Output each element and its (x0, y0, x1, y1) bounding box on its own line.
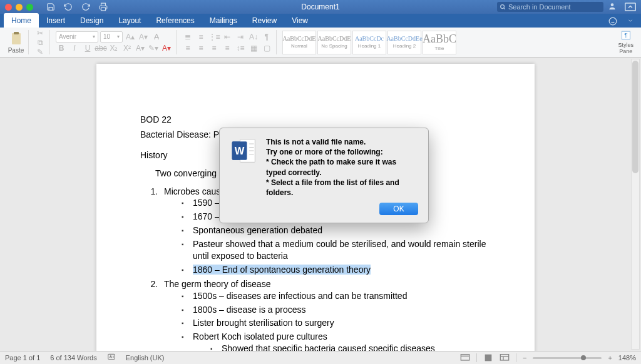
collapse-ribbon-icon[interactable] (625, 3, 636, 11)
decrease-indent-icon[interactable]: ⇤ (222, 31, 233, 43)
ok-button[interactable]: OK (379, 203, 418, 215)
sort-icon[interactable]: A↓ (248, 31, 259, 43)
zoom-window-icon[interactable] (26, 4, 33, 11)
tab-insert[interactable]: Insert (39, 13, 73, 28)
align-right-icon[interactable]: ≡ (208, 43, 220, 54)
account-icon[interactable] (607, 2, 617, 12)
svg-point-5 (609, 18, 617, 25)
numbering-icon[interactable]: ≡ (195, 31, 207, 43)
svg-rect-8 (12, 33, 21, 44)
spellcheck-icon[interactable] (107, 353, 116, 363)
zoom-level[interactable]: 148% (618, 354, 636, 361)
strike-icon[interactable]: abc (95, 43, 106, 54)
word-count[interactable]: 6 of 134 Words (50, 354, 96, 361)
quick-access-toolbar (46, 2, 108, 12)
font-size-selector[interactable]: 10▾ (100, 31, 123, 43)
shrink-font-icon[interactable]: A▾ (138, 31, 149, 43)
svg-text:¶: ¶ (624, 31, 627, 38)
underline-icon[interactable]: U (82, 43, 93, 54)
font-color-icon[interactable]: A▾ (161, 43, 172, 54)
undo-icon[interactable] (63, 2, 73, 12)
grow-font-icon[interactable]: A▴ (125, 31, 136, 43)
print-icon[interactable] (98, 2, 108, 12)
search-placeholder: Search in Document (508, 3, 571, 11)
cut-icon[interactable]: ✂ (34, 29, 46, 38)
paste-icon[interactable] (8, 31, 24, 46)
close-window-icon[interactable] (5, 4, 12, 11)
word-app-icon: W (230, 137, 257, 164)
style-normal[interactable]: AaBbCcDdENormal (282, 31, 316, 54)
share-icon[interactable] (608, 17, 617, 28)
separator (516, 353, 516, 362)
svg-rect-0 (101, 8, 106, 11)
ribbon-tabs: Home Insert Design Layout References Mai… (0, 14, 641, 28)
justify-icon[interactable]: ≡ (222, 43, 233, 54)
language-indicator[interactable]: English (UK) (126, 354, 165, 361)
document-area: BOD 22 Bacterial Disease: Pas History Tw… (0, 58, 641, 351)
style-heading-1[interactable]: AaBbCcDcHeading 1 (352, 31, 386, 54)
bullets-icon[interactable]: ≣ (182, 31, 193, 43)
list-item: 1500s – diseases are infectious and can … (193, 290, 491, 302)
subscript-icon[interactable]: X₂ (108, 43, 120, 54)
print-layout-icon[interactable] (483, 353, 493, 362)
page-indicator[interactable]: Page 1 of 1 (5, 354, 40, 361)
svg-rect-23 (485, 355, 492, 361)
repeat-icon[interactable] (81, 2, 91, 12)
styles-group: AaBbCcDdENormal AaBbCcDdENo Spacing AaBb… (279, 30, 612, 54)
list-item: 1800s – disease is a process (193, 304, 491, 316)
increase-indent-icon[interactable]: ⇥ (235, 31, 246, 43)
list-item: Spontaneous generation debated (193, 225, 491, 236)
minimize-window-icon[interactable] (16, 4, 23, 11)
tab-home[interactable]: Home (4, 13, 39, 28)
help-icon[interactable] (627, 17, 633, 28)
tab-layout[interactable]: Layout (111, 13, 148, 28)
zoom-in-button[interactable]: + (608, 354, 612, 361)
style-title[interactable]: AaBbCTitle (423, 31, 456, 54)
text-effects-icon[interactable]: A▾ (135, 43, 146, 54)
save-icon[interactable] (46, 2, 56, 12)
shading-icon[interactable]: ▦ (248, 43, 259, 54)
list-item: Pasteur showed that a medium could be st… (193, 238, 491, 262)
clipboard-small: ✂ ⧉ ✎ (31, 30, 50, 54)
highlight-icon[interactable]: ✎▾ (148, 43, 159, 54)
bold-icon[interactable]: B (56, 43, 67, 54)
vertical-scrollbar[interactable] (631, 59, 640, 350)
tab-view[interactable]: View (284, 13, 315, 28)
svg-rect-21 (461, 355, 469, 360)
window-controls (0, 4, 33, 11)
tab-review[interactable]: Review (245, 13, 284, 28)
tab-design[interactable]: Design (73, 13, 111, 28)
tab-mailings[interactable]: Mailings (202, 13, 245, 28)
svg-point-3 (611, 3, 614, 6)
align-left-icon[interactable]: ≡ (182, 43, 193, 54)
borders-icon[interactable]: ▢ (261, 43, 272, 54)
paste-label: Paste (8, 47, 24, 54)
tab-references[interactable]: References (148, 13, 202, 28)
zoom-slider[interactable] (533, 357, 602, 359)
copy-icon[interactable]: ⧉ (34, 38, 46, 47)
focus-mode-icon[interactable] (460, 353, 470, 362)
format-painter-icon[interactable]: ✎ (34, 48, 46, 56)
zoom-out-button[interactable]: − (523, 354, 526, 361)
italic-icon[interactable]: I (69, 43, 80, 54)
superscript-icon[interactable]: X² (121, 43, 133, 54)
list-item: Showed that specific bacteria caused spe… (222, 343, 491, 351)
dialog-message: This is not a valid file name. Try one o… (266, 137, 418, 198)
svg-point-1 (501, 5, 505, 9)
svg-rect-9 (14, 32, 19, 34)
multilevel-icon[interactable]: ⋮≡ (208, 31, 220, 43)
style-no-spacing[interactable]: AaBbCcDdENo Spacing (317, 31, 351, 54)
zoom-slider-thumb[interactable] (581, 355, 586, 360)
styles-pane-button[interactable]: ¶ Styles Pane (614, 30, 637, 54)
title-bar: Document1 Search in Document (0, 0, 641, 14)
line-spacing-icon[interactable]: ↕≡ (235, 43, 246, 54)
show-marks-icon[interactable]: ¶ (261, 31, 272, 43)
scrollbar-thumb[interactable] (632, 61, 638, 173)
clear-format-icon[interactable]: A̶ (151, 31, 162, 43)
style-heading-2[interactable]: AaBbCcDdEeHeading 2 (387, 31, 421, 54)
font-name-selector[interactable]: Avenir▾ (56, 31, 98, 43)
list-item: Robert Koch isolated pure cultures Showe… (193, 331, 491, 351)
web-layout-icon[interactable] (500, 353, 510, 362)
align-center-icon[interactable]: ≡ (195, 43, 207, 54)
search-input[interactable]: Search in Document (497, 2, 603, 12)
